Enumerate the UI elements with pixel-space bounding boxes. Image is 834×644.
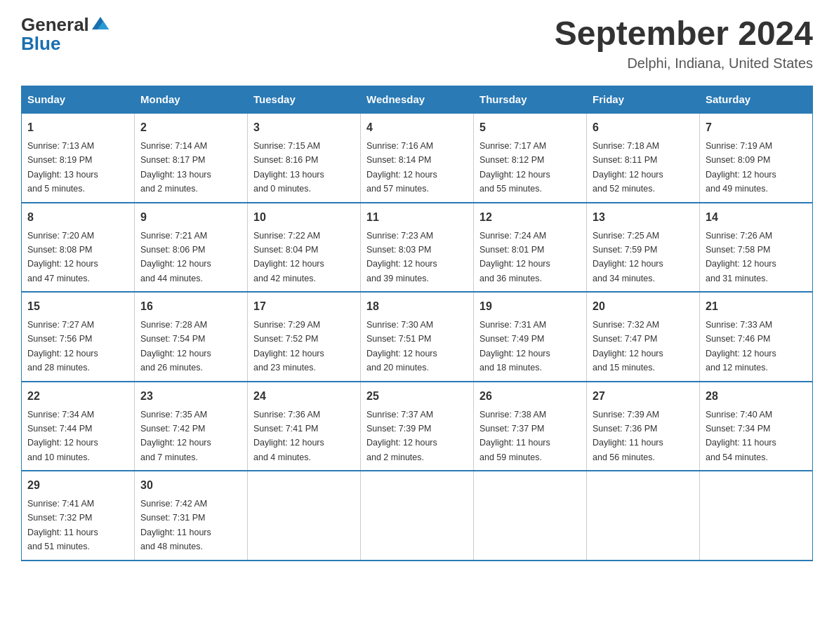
- week-row-2: 8 Sunrise: 7:20 AMSunset: 8:08 PMDayligh…: [22, 203, 813, 293]
- calendar-cell: 12 Sunrise: 7:24 AMSunset: 8:01 PMDaylig…: [474, 203, 587, 293]
- day-number: 6: [593, 119, 694, 136]
- day-info: Sunrise: 7:19 AMSunset: 8:09 PMDaylight:…: [706, 141, 776, 194]
- calendar-cell: 11 Sunrise: 7:23 AMSunset: 8:03 PMDaylig…: [361, 203, 474, 293]
- calendar-cell: 9 Sunrise: 7:21 AMSunset: 8:06 PMDayligh…: [135, 203, 248, 293]
- week-row-3: 15 Sunrise: 7:27 AMSunset: 7:56 PMDaylig…: [22, 292, 813, 382]
- calendar-cell: 14 Sunrise: 7:26 AMSunset: 7:58 PMDaylig…: [700, 203, 813, 293]
- col-monday: Monday: [135, 86, 248, 114]
- col-wednesday: Wednesday: [361, 86, 474, 114]
- day-number: 24: [253, 388, 355, 405]
- day-info: Sunrise: 7:41 AMSunset: 7:32 PMDaylight:…: [27, 499, 98, 551]
- day-number: 1: [27, 119, 128, 136]
- calendar-cell: 29 Sunrise: 7:41 AMSunset: 7:32 PMDaylig…: [22, 471, 135, 561]
- day-info: Sunrise: 7:23 AMSunset: 8:03 PMDaylight:…: [366, 231, 437, 283]
- logo: General Blue: [21, 14, 110, 55]
- calendar-cell: 27 Sunrise: 7:39 AMSunset: 7:36 PMDaylig…: [587, 382, 700, 471]
- calendar-cell: 1 Sunrise: 7:13 AMSunset: 8:19 PMDayligh…: [22, 113, 135, 203]
- day-info: Sunrise: 7:28 AMSunset: 7:54 PMDaylight:…: [140, 320, 211, 373]
- calendar-cell: 15 Sunrise: 7:27 AMSunset: 7:56 PMDaylig…: [22, 292, 135, 382]
- day-info: Sunrise: 7:22 AMSunset: 8:04 PMDaylight:…: [253, 231, 324, 283]
- day-info: Sunrise: 7:27 AMSunset: 7:56 PMDaylight:…: [27, 320, 98, 373]
- day-number: 12: [479, 209, 581, 226]
- day-info: Sunrise: 7:21 AMSunset: 8:06 PMDaylight:…: [140, 231, 211, 283]
- day-info: Sunrise: 7:33 AMSunset: 7:46 PMDaylight:…: [706, 320, 776, 373]
- day-number: 8: [27, 209, 128, 226]
- calendar-cell: 20 Sunrise: 7:32 AMSunset: 7:47 PMDaylig…: [587, 292, 700, 382]
- calendar-cell: 10 Sunrise: 7:22 AMSunset: 8:04 PMDaylig…: [248, 203, 361, 293]
- day-info: Sunrise: 7:39 AMSunset: 7:36 PMDaylight:…: [593, 410, 663, 462]
- day-number: 18: [366, 298, 468, 315]
- day-number: 9: [140, 209, 241, 226]
- calendar-cell: 22 Sunrise: 7:34 AMSunset: 7:44 PMDaylig…: [22, 382, 135, 471]
- day-info: Sunrise: 7:26 AMSunset: 7:58 PMDaylight:…: [706, 231, 776, 283]
- calendar-cell: 13 Sunrise: 7:25 AMSunset: 7:59 PMDaylig…: [587, 203, 700, 293]
- day-number: 11: [366, 209, 468, 226]
- week-row-1: 1 Sunrise: 7:13 AMSunset: 8:19 PMDayligh…: [22, 113, 813, 203]
- day-number: 22: [27, 388, 128, 405]
- day-number: 2: [140, 119, 241, 136]
- day-info: Sunrise: 7:15 AMSunset: 8:16 PMDaylight:…: [253, 141, 324, 194]
- calendar-cell: 30 Sunrise: 7:42 AMSunset: 7:31 PMDaylig…: [135, 471, 248, 561]
- col-sunday: Sunday: [22, 86, 135, 114]
- day-info: Sunrise: 7:24 AMSunset: 8:01 PMDaylight:…: [479, 231, 550, 283]
- day-number: 20: [593, 298, 694, 315]
- day-number: 26: [479, 388, 581, 405]
- day-info: Sunrise: 7:32 AMSunset: 7:47 PMDaylight:…: [593, 320, 663, 373]
- day-info: Sunrise: 7:17 AMSunset: 8:12 PMDaylight:…: [479, 141, 550, 194]
- day-number: 27: [593, 388, 694, 405]
- day-number: 17: [253, 298, 355, 315]
- col-friday: Friday: [587, 86, 700, 114]
- day-info: Sunrise: 7:25 AMSunset: 7:59 PMDaylight:…: [593, 231, 663, 283]
- day-number: 25: [366, 388, 468, 405]
- calendar-cell: 5 Sunrise: 7:17 AMSunset: 8:12 PMDayligh…: [474, 113, 587, 203]
- day-number: 19: [479, 298, 581, 315]
- calendar-cell: [474, 471, 587, 561]
- day-info: Sunrise: 7:20 AMSunset: 8:08 PMDaylight:…: [27, 231, 98, 283]
- weekday-header-row: Sunday Monday Tuesday Wednesday Thursday…: [22, 86, 813, 114]
- day-info: Sunrise: 7:34 AMSunset: 7:44 PMDaylight:…: [27, 410, 98, 462]
- day-number: 30: [140, 477, 241, 494]
- calendar-cell: 21 Sunrise: 7:33 AMSunset: 7:46 PMDaylig…: [700, 292, 813, 382]
- day-info: Sunrise: 7:16 AMSunset: 8:14 PMDaylight:…: [366, 141, 437, 194]
- col-saturday: Saturday: [700, 86, 813, 114]
- calendar-cell: 4 Sunrise: 7:16 AMSunset: 8:14 PMDayligh…: [361, 113, 474, 203]
- calendar-cell: 8 Sunrise: 7:20 AMSunset: 8:08 PMDayligh…: [22, 203, 135, 293]
- calendar-subtitle: Delphi, Indiana, United States: [555, 55, 813, 72]
- day-info: Sunrise: 7:35 AMSunset: 7:42 PMDaylight:…: [140, 410, 211, 462]
- calendar-cell: 24 Sunrise: 7:36 AMSunset: 7:41 PMDaylig…: [248, 382, 361, 471]
- calendar-cell: 3 Sunrise: 7:15 AMSunset: 8:16 PMDayligh…: [248, 113, 361, 203]
- col-tuesday: Tuesday: [248, 86, 361, 114]
- calendar-cell: [700, 471, 813, 561]
- day-number: 23: [140, 388, 241, 405]
- day-number: 14: [706, 209, 807, 226]
- col-thursday: Thursday: [474, 86, 587, 114]
- calendar-cell: 17 Sunrise: 7:29 AMSunset: 7:52 PMDaylig…: [248, 292, 361, 382]
- day-info: Sunrise: 7:29 AMSunset: 7:52 PMDaylight:…: [253, 320, 324, 373]
- day-info: Sunrise: 7:38 AMSunset: 7:37 PMDaylight:…: [479, 410, 550, 462]
- calendar-cell: 25 Sunrise: 7:37 AMSunset: 7:39 PMDaylig…: [361, 382, 474, 471]
- logo-icon: [91, 15, 110, 35]
- day-info: Sunrise: 7:42 AMSunset: 7:31 PMDaylight:…: [140, 499, 211, 551]
- calendar-title: September 2024: [555, 14, 813, 53]
- day-number: 15: [27, 298, 128, 315]
- day-number: 7: [706, 119, 807, 136]
- day-number: 10: [253, 209, 355, 226]
- day-number: 21: [706, 298, 807, 315]
- day-info: Sunrise: 7:18 AMSunset: 8:11 PMDaylight:…: [593, 141, 663, 194]
- title-area: September 2024 Delphi, Indiana, United S…: [555, 14, 813, 72]
- day-info: Sunrise: 7:31 AMSunset: 7:49 PMDaylight:…: [479, 320, 550, 373]
- calendar-cell: 2 Sunrise: 7:14 AMSunset: 8:17 PMDayligh…: [135, 113, 248, 203]
- calendar-cell: 19 Sunrise: 7:31 AMSunset: 7:49 PMDaylig…: [474, 292, 587, 382]
- calendar-cell: 28 Sunrise: 7:40 AMSunset: 7:34 PMDaylig…: [700, 382, 813, 471]
- day-number: 4: [366, 119, 468, 136]
- logo-blue-text: Blue: [21, 33, 60, 55]
- day-info: Sunrise: 7:37 AMSunset: 7:39 PMDaylight:…: [366, 410, 437, 462]
- calendar-cell: 23 Sunrise: 7:35 AMSunset: 7:42 PMDaylig…: [135, 382, 248, 471]
- day-number: 13: [593, 209, 694, 226]
- calendar-cell: 6 Sunrise: 7:18 AMSunset: 8:11 PMDayligh…: [587, 113, 700, 203]
- calendar-cell: [248, 471, 361, 561]
- calendar-cell: 26 Sunrise: 7:38 AMSunset: 7:37 PMDaylig…: [474, 382, 587, 471]
- day-info: Sunrise: 7:30 AMSunset: 7:51 PMDaylight:…: [366, 320, 437, 373]
- calendar-table: Sunday Monday Tuesday Wednesday Thursday…: [21, 86, 813, 561]
- day-info: Sunrise: 7:40 AMSunset: 7:34 PMDaylight:…: [706, 410, 776, 462]
